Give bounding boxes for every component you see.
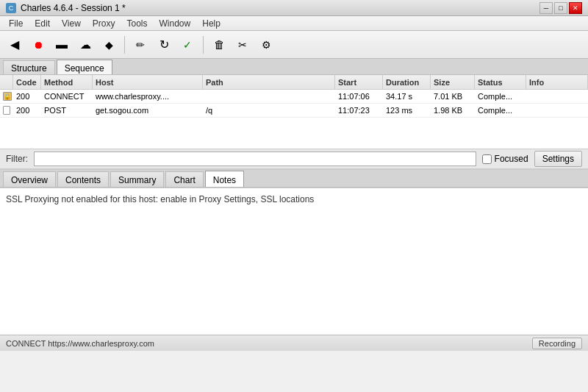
menu-view[interactable]: View bbox=[56, 16, 87, 30]
col-header-start: Start bbox=[335, 75, 383, 89]
refresh-button[interactable]: ↻ bbox=[154, 35, 174, 55]
tab-summary[interactable]: Summary bbox=[110, 171, 164, 187]
tab-overview[interactable]: Overview bbox=[3, 171, 56, 187]
bottom-tabs: Overview Contents Summary Chart Notes bbox=[0, 170, 588, 188]
filter-settings-button[interactable]: Settings bbox=[534, 151, 582, 167]
view-tabs: Structure Sequence bbox=[0, 59, 588, 75]
tab-sequence[interactable]: Sequence bbox=[57, 60, 112, 74]
clear-button[interactable]: ☁ bbox=[75, 35, 96, 55]
row-icon-col: 🔒 bbox=[0, 90, 13, 103]
maximize-button[interactable]: □ bbox=[554, 2, 567, 14]
rewrite-button[interactable]: ✂ bbox=[232, 35, 253, 55]
col-header-method: Method bbox=[41, 75, 93, 89]
menu-proxy[interactable]: Proxy bbox=[87, 16, 121, 30]
app-icon: C bbox=[6, 3, 16, 13]
menu-window[interactable]: Window bbox=[154, 16, 197, 30]
focused-checkbox[interactable] bbox=[482, 154, 492, 164]
table-row[interactable]: 🔒 200 CONNECT www.charlesproxy.... 11:07… bbox=[0, 90, 588, 104]
lock-icon: 🔒 bbox=[3, 92, 12, 101]
row-status: Comple... bbox=[475, 104, 526, 117]
menu-tools[interactable]: Tools bbox=[121, 16, 154, 30]
row-start: 11:07:23 bbox=[335, 104, 383, 117]
filter-input[interactable] bbox=[34, 152, 476, 166]
focused-label: Focused bbox=[495, 154, 528, 164]
row-size: 7.01 KB bbox=[431, 90, 475, 103]
col-header-info: Info bbox=[526, 75, 588, 89]
row-size: 1.98 KB bbox=[431, 104, 475, 117]
row-path bbox=[203, 90, 335, 103]
row-icon-col bbox=[0, 104, 13, 117]
request-table-container: Code Method Host Path Start Duration Siz… bbox=[0, 75, 588, 149]
row-method: POST bbox=[41, 104, 93, 117]
notes-text: SSL Proxying not enabled for this host: … bbox=[6, 194, 314, 204]
table-row[interactable]: 200 POST get.sogou.com /q 11:07:23 123 m… bbox=[0, 104, 588, 118]
row-path: /q bbox=[203, 104, 335, 117]
table-header: Code Method Host Path Start Duration Siz… bbox=[0, 75, 588, 90]
back-button[interactable]: ◀ bbox=[4, 35, 25, 55]
tab-chart[interactable]: Chart bbox=[165, 171, 203, 187]
status-bar: CONNECT https://www.charlesproxy.com Rec… bbox=[0, 335, 588, 351]
col-header-icon bbox=[0, 75, 13, 89]
window-controls: ─ □ ✕ bbox=[539, 2, 582, 14]
settings-button[interactable]: ⚙ bbox=[256, 35, 276, 55]
stop-button[interactable]: ▬ bbox=[51, 35, 72, 55]
notes-content-area: SSL Proxying not enabled for this host: … bbox=[0, 188, 588, 335]
row-code: 200 bbox=[13, 90, 41, 103]
close-button[interactable]: ✕ bbox=[569, 2, 582, 14]
recording-indicator: Recording bbox=[532, 338, 582, 349]
record-button[interactable]: ⏺ bbox=[28, 35, 49, 55]
row-status: Comple... bbox=[475, 90, 526, 103]
row-duration: 34.17 s bbox=[383, 90, 431, 103]
row-info bbox=[526, 90, 588, 103]
tab-contents[interactable]: Contents bbox=[57, 171, 109, 187]
row-host: get.sogou.com bbox=[93, 104, 203, 117]
toolbar: ◀ ⏺ ▬ ☁ ◆ ✏ ↻ ✓ 🗑 ✂ ⚙ bbox=[0, 31, 588, 59]
menu-file[interactable]: File bbox=[3, 16, 29, 30]
menu-bar: File Edit View Proxy Tools Window Help bbox=[0, 16, 588, 31]
col-header-path: Path bbox=[203, 75, 335, 89]
compose-button[interactable]: ✏ bbox=[130, 35, 151, 55]
toolbar-separator-2 bbox=[203, 36, 204, 54]
minimize-button[interactable]: ─ bbox=[539, 2, 553, 14]
tab-notes[interactable]: Notes bbox=[205, 171, 244, 187]
row-code: 200 bbox=[13, 104, 41, 117]
filter-bar: Filter: Focused Settings bbox=[0, 149, 588, 169]
toolbar-separator bbox=[124, 36, 125, 54]
tools-button[interactable]: 🗑 bbox=[209, 35, 229, 55]
throttle-button[interactable]: ◆ bbox=[98, 35, 119, 55]
bottom-panel: Overview Contents Summary Chart Notes SS… bbox=[0, 169, 588, 335]
col-header-code: Code bbox=[13, 75, 41, 89]
row-method: CONNECT bbox=[41, 90, 93, 103]
col-header-host: Host bbox=[93, 75, 203, 89]
col-header-size: Size bbox=[431, 75, 475, 89]
focused-checkbox-group: Focused bbox=[482, 154, 528, 164]
tab-structure[interactable]: Structure bbox=[3, 60, 55, 74]
validate-button[interactable]: ✓ bbox=[177, 35, 198, 55]
row-duration: 123 ms bbox=[383, 104, 431, 117]
filter-label: Filter: bbox=[6, 154, 28, 164]
title-bar: C Charles 4.6.4 - Session 1 * ─ □ ✕ bbox=[0, 0, 588, 16]
window-title: Charles 4.6.4 - Session 1 * bbox=[21, 3, 126, 13]
menu-help[interactable]: Help bbox=[196, 16, 226, 30]
row-info bbox=[526, 104, 588, 117]
row-icon bbox=[3, 106, 10, 115]
col-header-duration: Duration bbox=[383, 75, 431, 89]
main-window: C Charles 4.6.4 - Session 1 * ─ □ ✕ File… bbox=[0, 0, 588, 392]
row-start: 11:07:06 bbox=[335, 90, 383, 103]
menu-edit[interactable]: Edit bbox=[29, 16, 56, 30]
row-host: www.charlesproxy.... bbox=[93, 90, 203, 103]
col-header-status: Status bbox=[475, 75, 526, 89]
status-left: CONNECT https://www.charlesproxy.com bbox=[6, 339, 154, 348]
